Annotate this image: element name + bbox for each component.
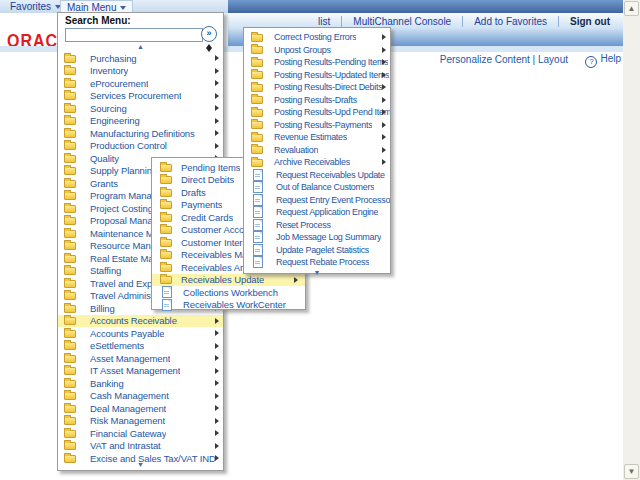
folder-icon xyxy=(64,417,76,425)
scrollbar-down-button[interactable]: ▼ xyxy=(624,464,639,479)
nav-worklist-link[interactable]: list xyxy=(307,16,341,27)
menu-item[interactable]: Request Rebate Process xyxy=(244,256,390,269)
menu-item-label: Posting Results-Drafts xyxy=(274,95,357,105)
menu-item[interactable]: Receivables WorkCenter xyxy=(152,299,305,312)
menu-item[interactable]: Collections Workbench xyxy=(152,286,305,299)
menu-item[interactable]: Out of Balance Customers xyxy=(244,181,390,194)
menu-item[interactable]: Banking xyxy=(58,377,223,390)
nav-add-to-favorites-link[interactable]: Add to Favorites xyxy=(462,16,558,27)
submenu-arrow-icon xyxy=(215,405,219,411)
layout-link[interactable]: Layout xyxy=(538,54,568,65)
search-input[interactable] xyxy=(65,28,203,42)
menu-item[interactable]: Posting Results-Upd Pend Items xyxy=(244,106,390,119)
menu-item[interactable]: Production Control xyxy=(58,140,223,153)
menu-item-label: Reset Process xyxy=(276,220,331,230)
menu-item-label: eSettlements xyxy=(90,340,144,351)
menu-item-label: Posting Results-Pending Items xyxy=(274,57,388,67)
menu-item[interactable]: Cash Management xyxy=(58,390,223,403)
menu-item-label: Payments xyxy=(181,199,222,210)
menu-item[interactable]: Reset Process xyxy=(244,219,390,232)
menu-item[interactable]: Accounts Payable xyxy=(58,327,223,340)
menu-item-label: Request Receivables Update xyxy=(276,170,385,180)
menu-item-label: Revaluation xyxy=(274,145,318,155)
folder-icon xyxy=(64,280,76,288)
menu-item[interactable]: Archive Receivables xyxy=(244,156,390,169)
search-menu-label: Search Menu: xyxy=(65,15,131,26)
favorites-label: Favorites xyxy=(10,1,51,12)
help-link[interactable]: ?Help xyxy=(585,53,621,68)
menu-scroll-down[interactable]: ▼ xyxy=(244,269,390,276)
menu-item[interactable]: Unpost Groups xyxy=(244,44,390,57)
menu-item[interactable]: Services Procurement xyxy=(58,90,223,103)
scrollbar-up-button[interactable]: ▲ xyxy=(624,1,639,16)
menu-item-label: Archive Receivables xyxy=(274,157,350,167)
menu-item-label: Accounts Receivable xyxy=(90,315,177,326)
personalize-links[interactable]: Personalize Content | Layout xyxy=(440,54,568,65)
folder-icon xyxy=(64,242,76,250)
menu-scroll-down[interactable]: ▼ xyxy=(58,461,223,468)
menu-item[interactable]: Risk Management xyxy=(58,415,223,428)
menu-item[interactable]: Deal Management xyxy=(58,402,223,415)
folder-icon xyxy=(64,205,76,213)
menu-item[interactable]: Posting Results-Direct Debits xyxy=(244,81,390,94)
menu-item[interactable]: Request Receivables Update xyxy=(244,169,390,182)
chevron-down-icon xyxy=(120,6,126,10)
folder-icon xyxy=(251,46,263,54)
folder-icon xyxy=(64,267,76,275)
menu-item-label: Direct Debits xyxy=(181,174,234,185)
folder-icon xyxy=(251,71,263,79)
folder-icon xyxy=(64,92,76,100)
submenu-arrow-icon xyxy=(215,68,219,74)
menu-item-label: Drafts xyxy=(181,187,206,198)
menu-item[interactable]: Update Pagelet Statistics xyxy=(244,244,390,257)
menu-item[interactable]: Revaluation xyxy=(244,144,390,157)
menu-item[interactable]: Accounts Receivable xyxy=(58,315,223,328)
submenu-arrow-icon xyxy=(382,159,386,165)
menu-item[interactable]: Request Application Engine xyxy=(244,206,390,219)
nav-sign-out-link[interactable]: Sign out xyxy=(558,16,621,27)
submenu-arrow-icon xyxy=(215,330,219,336)
menu-item-label: Asset Management xyxy=(90,353,170,364)
menu-item[interactable]: Financial Gateway xyxy=(58,427,223,440)
vertical-scrollbar[interactable]: ▲ ▼ xyxy=(623,0,640,480)
menu-item-label: Accounts Payable xyxy=(90,328,164,339)
menu-item[interactable]: Asset Management xyxy=(58,352,223,365)
menu-item[interactable]: eSettlements xyxy=(58,340,223,353)
menu-item[interactable]: Job Message Log Summary xyxy=(244,231,390,244)
menu-scroll-up[interactable]: ▲ xyxy=(58,43,223,50)
folder-icon xyxy=(64,142,76,150)
personalize-content-link[interactable]: Personalize Content xyxy=(440,54,530,65)
menu-item[interactable]: Sourcing xyxy=(58,102,223,115)
folder-icon xyxy=(160,251,172,259)
menu-item[interactable]: VAT and Intrastat xyxy=(58,440,223,453)
submenu-arrow-icon xyxy=(382,134,386,140)
folder-icon xyxy=(64,67,76,75)
submenu-arrow-icon xyxy=(215,130,219,136)
submenu-arrow-icon xyxy=(215,143,219,149)
help-label: Help xyxy=(600,53,621,64)
menu-item[interactable]: Purchasing xyxy=(58,52,223,65)
folder-icon xyxy=(64,217,76,225)
folder-icon xyxy=(64,130,76,138)
menu-item[interactable]: Manufacturing Definitions xyxy=(58,127,223,140)
menu-item[interactable]: Posting Results-Updated Items xyxy=(244,69,390,82)
menu-item[interactable]: Revenue Estimates xyxy=(244,131,390,144)
folder-icon xyxy=(64,192,76,200)
menu-item[interactable]: Request Entry Event Processor xyxy=(244,194,390,207)
menu-item[interactable]: Posting Results-Payments xyxy=(244,119,390,132)
menu-item[interactable]: IT Asset Management xyxy=(58,365,223,378)
menu-item[interactable]: Posting Results-Pending Items xyxy=(244,56,390,69)
folder-icon xyxy=(160,239,172,247)
folder-icon xyxy=(160,189,172,197)
menu-item[interactable]: eProcurement xyxy=(58,77,223,90)
search-go-button[interactable]: » xyxy=(201,26,217,42)
submenu-arrow-icon xyxy=(215,318,219,324)
menu-item[interactable]: Posting Results-Drafts xyxy=(244,94,390,107)
menu-item[interactable]: Engineering xyxy=(58,115,223,128)
nav-multichannel-console-link[interactable]: MultiChannel Console xyxy=(341,16,462,27)
folder-icon xyxy=(64,405,76,413)
submenu-arrow-icon xyxy=(382,47,386,53)
menu-item[interactable]: Correct Posting Errors xyxy=(244,31,390,44)
menu-item-label: Grants xyxy=(90,178,118,189)
menu-item[interactable]: Inventory xyxy=(58,65,223,78)
